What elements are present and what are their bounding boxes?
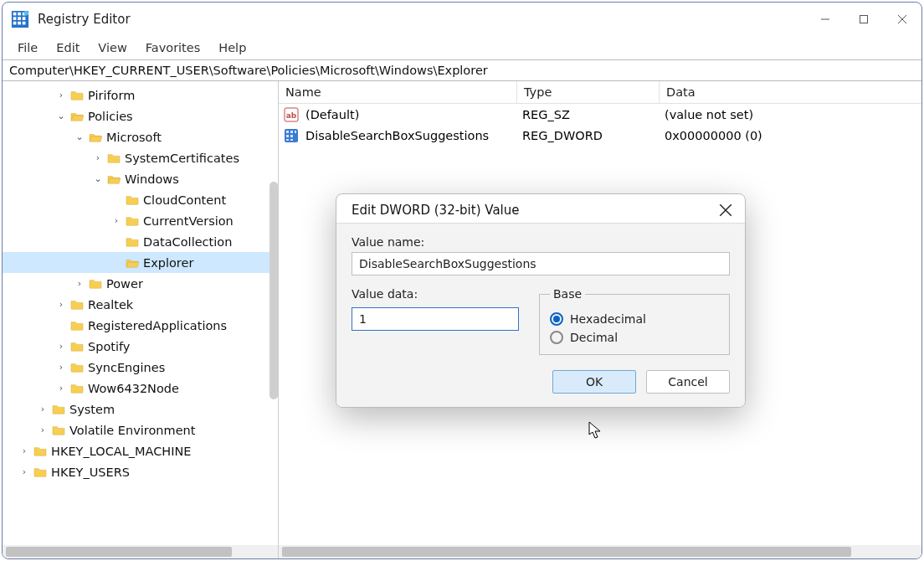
tree-label: Wow6432Node (88, 382, 179, 395)
tree-scrollbar[interactable] (270, 182, 278, 399)
col-name[interactable]: Name (279, 81, 517, 103)
menubar: File Edit View Favorites Help (3, 36, 921, 59)
list-rows: (Default)REG_SZ(value not set)DisableSea… (279, 104, 921, 146)
list-hscrollbar[interactable] (279, 545, 921, 558)
folder-icon (69, 383, 85, 394)
chevron-right-icon[interactable]: › (54, 90, 68, 100)
titlebar: Registry Editor (3, 3, 921, 36)
list-row[interactable]: DisableSearchBoxSuggestionsREG_DWORD0x00… (279, 125, 921, 146)
maximize-button[interactable] (844, 3, 883, 36)
chevron-right-icon[interactable]: › (54, 300, 68, 309)
tree-label: SyncEngines (88, 361, 165, 374)
tree-label: System (69, 403, 115, 416)
chevron-right-icon[interactable]: › (54, 363, 68, 372)
tree-label: Power (106, 277, 143, 291)
tree-row[interactable]: ›HKEY_LOCAL_MACHINE (3, 440, 278, 461)
minimize-button[interactable] (806, 3, 844, 36)
tree-row[interactable]: ›Volatile Environment (3, 419, 278, 440)
folder-open-icon (125, 257, 140, 269)
list-row[interactable]: (Default)REG_SZ(value not set) (279, 104, 921, 125)
tree-row[interactable]: ›Piriform (3, 85, 278, 106)
folder-open-icon (106, 173, 121, 185)
tree-row[interactable]: ›CloudContent (3, 189, 278, 210)
folder-icon (33, 466, 48, 478)
cell-name: (Default) (299, 108, 516, 121)
chevron-right-icon[interactable]: › (36, 404, 49, 414)
tree-label: Explorer (143, 256, 193, 270)
tree-row[interactable]: ›Power (3, 273, 278, 294)
address-bar[interactable]: Computer\HKEY_CURRENT_USER\Software\Poli… (3, 59, 921, 81)
svg-rect-5 (18, 17, 21, 20)
tree-label: Realtek (88, 298, 133, 311)
chevron-down-icon[interactable]: ⌄ (91, 174, 105, 183)
cell-data: 0x00000000 (0) (658, 129, 921, 142)
svg-rect-6 (23, 17, 26, 20)
tree-row[interactable]: ›SyncEngines (3, 357, 278, 378)
folder-icon (33, 445, 48, 457)
menu-edit[interactable]: Edit (48, 39, 88, 57)
tree-label: DataCollection (143, 235, 232, 249)
tree[interactable]: ›Piriform⌄Policies⌄Microsoft›SystemCerti… (3, 81, 278, 482)
tree-row[interactable]: ›Explorer (3, 252, 278, 273)
tree-row[interactable]: ›RegisteredApplications (3, 315, 278, 336)
menu-help[interactable]: Help (210, 39, 254, 57)
col-data[interactable]: Data (660, 81, 921, 103)
tree-row[interactable]: ›Wow6432Node (3, 378, 278, 399)
chevron-right-icon[interactable]: › (91, 153, 105, 162)
tree-label: Microsoft (106, 131, 162, 144)
tree-row[interactable]: ›System (3, 399, 278, 419)
caption-buttons (806, 3, 921, 36)
tree-row[interactable]: ›HKEY_USERS (3, 461, 278, 482)
chevron-down-icon[interactable]: ⌄ (54, 111, 68, 121)
tree-label: HKEY_USERS (51, 466, 130, 479)
tree-label: CurrentVersion (143, 214, 234, 228)
main-area: ›Piriform⌄Policies⌄Microsoft›SystemCerti… (3, 81, 921, 558)
chevron-right-icon[interactable]: › (110, 216, 123, 225)
tree-row[interactable]: ⌄Policies (3, 106, 278, 126)
tree-label: Spotify (88, 340, 130, 353)
tree-hscrollbar[interactable] (3, 545, 278, 558)
tree-row[interactable]: ›CurrentVersion (3, 210, 278, 231)
chevron-right-icon[interactable]: › (54, 383, 68, 393)
binary-value-icon (284, 128, 299, 143)
folder-icon (69, 362, 85, 373)
chevron-right-icon[interactable]: › (36, 425, 49, 435)
folder-icon (88, 278, 103, 290)
folder-icon (106, 152, 121, 164)
folder-open-icon (88, 131, 103, 143)
window-title: Registry Editor (38, 12, 806, 27)
tree-row[interactable]: ›DataCollection (3, 231, 278, 252)
list-header: Name Type Data (279, 81, 921, 104)
registry-editor-window: Registry Editor File Edit View Favorites… (2, 2, 922, 559)
tree-row[interactable]: ›SystemCertificates (3, 147, 278, 168)
tree-row[interactable]: ›Realtek (3, 294, 278, 315)
tree-row[interactable]: ⌄Windows (3, 168, 278, 189)
tree-label: Volatile Environment (69, 424, 195, 437)
col-type[interactable]: Type (517, 81, 660, 103)
folder-icon (69, 90, 85, 101)
svg-point-10 (24, 11, 29, 15)
cell-type: REG_DWORD (516, 129, 658, 142)
chevron-down-icon[interactable]: ⌄ (73, 132, 86, 142)
tree-label: Windows (125, 172, 179, 186)
folder-icon (69, 299, 85, 311)
chevron-right-icon[interactable]: › (73, 279, 86, 288)
svg-rect-4 (13, 17, 17, 20)
folder-open-icon (69, 111, 85, 122)
regedit-icon (11, 10, 29, 28)
tree-row[interactable]: ⌄Microsoft (3, 126, 278, 147)
menu-favorites[interactable]: Favorites (137, 39, 209, 57)
svg-rect-1 (13, 13, 17, 16)
svg-rect-7 (13, 22, 17, 25)
menu-view[interactable]: View (90, 39, 135, 57)
folder-icon (69, 341, 85, 353)
chevron-right-icon[interactable]: › (18, 446, 31, 455)
tree-row[interactable]: ›Spotify (3, 336, 278, 357)
chevron-right-icon[interactable]: › (18, 467, 31, 476)
folder-icon (125, 215, 140, 227)
tree-label: RegisteredApplications (88, 319, 227, 332)
close-button[interactable] (883, 3, 921, 36)
menu-file[interactable]: File (9, 39, 46, 57)
svg-rect-8 (18, 22, 21, 25)
chevron-right-icon[interactable]: › (54, 342, 68, 351)
